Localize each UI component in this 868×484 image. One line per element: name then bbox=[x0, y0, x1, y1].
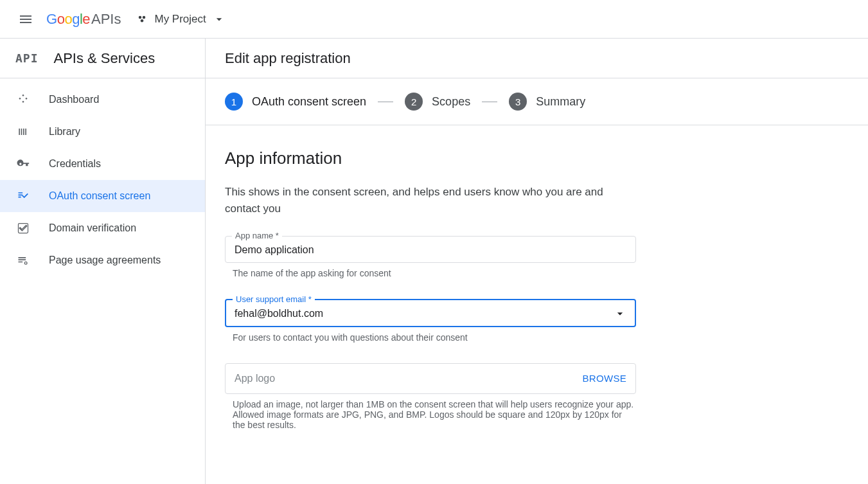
step-connector bbox=[482, 102, 497, 102]
verified-icon bbox=[15, 220, 31, 236]
app-logo-field[interactable]: App logo BROWSE bbox=[225, 363, 636, 394]
field-label: App name * bbox=[232, 231, 282, 240]
page-title: Edit app registration bbox=[225, 50, 351, 67]
sidebar-item-page-usage[interactable]: Page usage agreements bbox=[0, 244, 205, 276]
step-label: Summary bbox=[536, 95, 585, 109]
step-summary[interactable]: 3 Summary bbox=[509, 93, 585, 111]
nav: Dashboard Library Credentials OAuth cons… bbox=[0, 78, 205, 276]
app-name-field[interactable]: App name * bbox=[225, 236, 636, 263]
settings-list-icon bbox=[15, 253, 31, 268]
sidebar-header: API APIs & Services bbox=[0, 39, 205, 78]
helper-text: The name of the app asking for consent bbox=[225, 268, 636, 278]
step-label: Scopes bbox=[432, 95, 470, 109]
step-scopes[interactable]: 2 Scopes bbox=[405, 93, 470, 111]
dropdown-icon bbox=[614, 307, 626, 320]
project-name: My Project bbox=[154, 13, 206, 26]
svg-point-1 bbox=[143, 15, 146, 19]
hamburger-menu-button[interactable] bbox=[10, 4, 41, 35]
app-header: Google APIs My Project bbox=[0, 0, 868, 39]
project-selector[interactable]: My Project bbox=[136, 13, 225, 26]
app-logo-field-group: App logo BROWSE Upload an image, not lar… bbox=[225, 363, 636, 430]
sidebar-item-domain-verification[interactable]: Domain verification bbox=[0, 212, 205, 244]
support-email-select[interactable]: fehal@boldhut.com bbox=[235, 307, 626, 320]
browse-button[interactable]: BROWSE bbox=[583, 373, 626, 384]
app-name-input[interactable] bbox=[235, 244, 626, 256]
nav-label: Page usage agreements bbox=[49, 255, 161, 266]
sidebar-item-oauth-consent[interactable]: OAuth consent screen bbox=[0, 180, 205, 212]
step-number: 3 bbox=[509, 93, 527, 111]
apis-text: APIs bbox=[91, 11, 121, 28]
app-name-field-group: App name * The name of the app asking fo… bbox=[225, 236, 636, 278]
library-icon bbox=[15, 124, 31, 139]
consent-icon bbox=[15, 188, 31, 204]
section-description: This shows in the consent screen, and he… bbox=[225, 184, 636, 218]
content-header: Edit app registration bbox=[206, 39, 868, 78]
sidebar-title: APIs & Services bbox=[54, 50, 155, 67]
svg-point-0 bbox=[139, 15, 142, 19]
select-value: fehal@boldhut.com bbox=[235, 308, 323, 319]
project-icon bbox=[136, 13, 148, 25]
field-label: User support email * bbox=[233, 294, 315, 304]
google-logo-text: Google bbox=[46, 11, 90, 28]
main-content: Edit app registration 1 OAuth consent sc… bbox=[206, 39, 868, 484]
nav-label: OAuth consent screen bbox=[49, 190, 150, 202]
stepper: 1 OAuth consent screen 2 Scopes 3 Summar… bbox=[206, 78, 868, 125]
sidebar: API APIs & Services Dashboard Library Cr… bbox=[0, 39, 206, 484]
nav-label: Domain verification bbox=[49, 222, 136, 234]
support-email-field-group: User support email * fehal@boldhut.com F… bbox=[225, 299, 636, 343]
logo-label: App logo bbox=[235, 373, 275, 384]
sidebar-item-library[interactable]: Library bbox=[0, 116, 205, 148]
step-number: 2 bbox=[405, 93, 423, 111]
support-email-field[interactable]: User support email * fehal@boldhut.com bbox=[225, 299, 636, 327]
svg-point-2 bbox=[141, 19, 144, 22]
step-label: OAuth consent screen bbox=[252, 95, 366, 109]
step-oauth-consent[interactable]: 1 OAuth consent screen bbox=[225, 93, 366, 111]
sidebar-item-credentials[interactable]: Credentials bbox=[0, 148, 205, 180]
dropdown-icon bbox=[213, 13, 226, 26]
helper-text: For users to contact you with questions … bbox=[225, 332, 636, 343]
api-icon: API bbox=[15, 51, 39, 65]
helper-text: Upload an image, not larger than 1MB on … bbox=[225, 399, 636, 430]
nav-label: Dashboard bbox=[49, 94, 99, 105]
section-heading: App information bbox=[225, 148, 829, 168]
sidebar-item-dashboard[interactable]: Dashboard bbox=[0, 84, 205, 116]
nav-label: Library bbox=[49, 126, 80, 138]
menu-icon bbox=[18, 12, 33, 27]
dashboard-icon bbox=[15, 92, 31, 107]
key-icon bbox=[15, 156, 31, 172]
form-area: App information This shows in the consen… bbox=[206, 125, 848, 474]
nav-label: Credentials bbox=[49, 158, 101, 170]
step-number: 1 bbox=[225, 93, 243, 111]
step-connector bbox=[378, 102, 393, 102]
google-apis-logo: Google APIs bbox=[46, 11, 121, 28]
